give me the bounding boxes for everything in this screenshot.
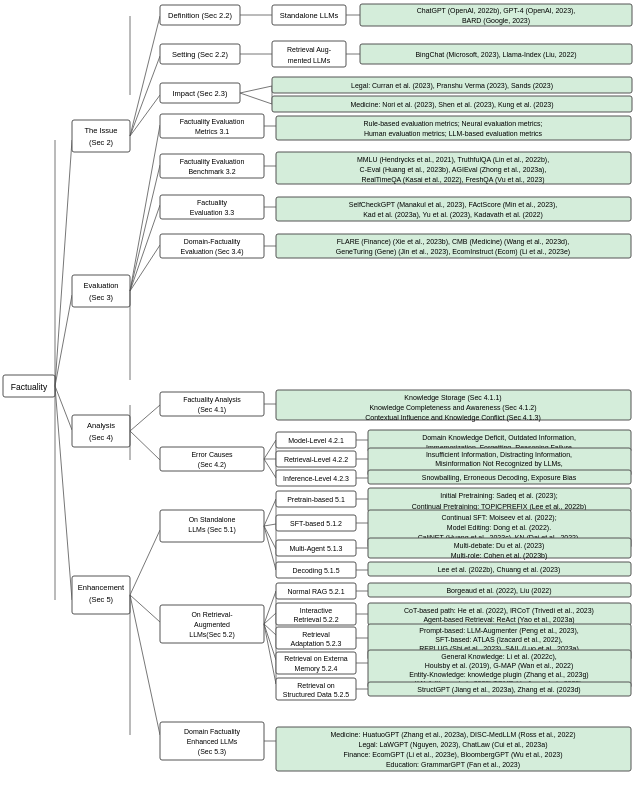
svg-text:Retrieval on: Retrieval on (297, 682, 334, 689)
svg-text:Initial Pretraining: Sadeq et : Initial Pretraining: Sadeq et al. (2023)… (440, 492, 558, 500)
svg-text:Rule-based evaluation metrics;: Rule-based evaluation metrics; Neural ev… (364, 120, 543, 127)
svg-text:(Sec 5): (Sec 5) (89, 595, 114, 604)
svg-line-3 (55, 386, 72, 430)
svg-text:Normal RAG 5.2.1: Normal RAG 5.2.1 (287, 588, 344, 595)
svg-line-122 (130, 595, 160, 735)
svg-text:Factuality: Factuality (197, 199, 227, 207)
impact-node: Impact (Sec 2.3) (160, 83, 240, 103)
svg-text:Structured Data 5.2.5: Structured Data 5.2.5 (283, 691, 350, 698)
interactive-node: Interactive Retrieval 5.2.2 (276, 603, 356, 625)
standalone-llms-detail: ChatGPT (OpenAI, 2022b), GPT-4 (OpenAI, … (360, 4, 632, 26)
svg-text:Knowledge Storage (Sec 4.1.1): Knowledge Storage (Sec 4.1.1) (404, 394, 501, 402)
inference-level-detail: Snowballing, Erroneous Decoding, Exposur… (368, 470, 631, 484)
svg-text:(Sec 3): (Sec 3) (89, 293, 114, 302)
svg-text:Inference-Level 4.2.3: Inference-Level 4.2.3 (283, 475, 349, 482)
svg-text:Retrieval: Retrieval (302, 631, 330, 638)
svg-text:Multi-Agent 5.1.3: Multi-Agent 5.1.3 (290, 545, 343, 553)
domain-detail: Medicine: HuatuoGPT (Zhang et al., 2023a… (276, 727, 631, 771)
on-retrieval-node: On Retrieval- Augmented LLMs(Sec 5.2) (160, 605, 264, 643)
svg-text:Domain Factuality: Domain Factuality (184, 728, 241, 736)
svg-text:Domain Knowledge Deficit, Outd: Domain Knowledge Deficit, Outdated Infor… (422, 434, 576, 442)
pretrain-detail: Initial Pretraining: Sadeq et al. (2023)… (368, 488, 631, 512)
svg-text:BingChat (Microsoft, 2023), Ll: BingChat (Microsoft, 2023), Llama-Index … (415, 51, 576, 59)
inference-level-node: Inference-Level 4.2.3 (276, 470, 356, 486)
svg-text:On Retrieval-: On Retrieval- (191, 611, 233, 618)
svg-text:BARD (Google, 2023): BARD (Google, 2023) (462, 17, 530, 25)
svg-text:(Sec 5.3): (Sec 5.3) (198, 748, 226, 756)
analysis-41-detail: Knowledge Storage (Sec 4.1.1) Knowledge … (276, 390, 631, 422)
svg-text:Entity-Knowledge: knowledge pl: Entity-Knowledge: knowledge plugin (Zhan… (409, 671, 588, 679)
svg-line-121 (130, 595, 160, 622)
svg-rect-12 (72, 415, 130, 447)
svg-text:Memory 5.2.4: Memory 5.2.4 (295, 665, 338, 673)
svg-text:LLMs (Sec 5.1): LLMs (Sec 5.1) (188, 526, 235, 534)
decoding-detail: Lee et al. (2022b), Chuang et al. (2023) (368, 562, 631, 576)
eval-domain-detail: FLARE (Finance) (Xie et al., 2023b), CMB… (276, 234, 631, 258)
svg-text:Finance: EcomGPT (Li et al., 2: Finance: EcomGPT (Li et al., 2023e), Blo… (343, 751, 562, 759)
svg-text:Impact (Sec 2.3): Impact (Sec 2.3) (172, 89, 228, 98)
sec5-node: Enhancement (Sec 5) (72, 576, 130, 614)
svg-text:StructGPT (Jiang et al., 2023a: StructGPT (Jiang et al., 2023a), Zhang e… (417, 686, 580, 694)
svg-text:(Sec 4.1): (Sec 4.1) (198, 406, 226, 414)
normal-rag-detail: Borgeaud et al. (2022), Liu (2022) (368, 583, 631, 597)
eval-33-detail: SelfCheckGPT (Manakul et al., 2023), FAc… (276, 197, 631, 221)
eval-bench-detail: MMLU (Hendrycks et al., 2021), TruthfulQ… (276, 152, 631, 184)
svg-line-20 (130, 56, 160, 136)
multiagent-detail: Multi-debate: Du et al. (2023) Multi-rol… (368, 538, 631, 560)
svg-text:Setting (Sec 2.2): Setting (Sec 2.2) (172, 50, 228, 59)
on-standalone-node: On Standalone LLMs (Sec 5.1) (160, 510, 264, 542)
svg-line-43 (240, 93, 272, 104)
svg-line-83 (130, 405, 160, 431)
svg-rect-9 (72, 275, 130, 307)
svg-line-120 (130, 530, 160, 595)
svg-text:MMLU (Hendrycks et al., 2021),: MMLU (Hendrycks et al., 2021), TruthfulQ… (357, 156, 549, 164)
svg-text:mented LLMs: mented LLMs (288, 57, 331, 64)
svg-text:Prompt-based: LLM-Augmenter (P: Prompt-based: LLM-Augmenter (Peng et al.… (419, 627, 579, 635)
svg-text:Evaluation: Evaluation (83, 281, 118, 290)
svg-text:Benchmark 3.2: Benchmark 3.2 (188, 168, 235, 175)
retrieval-aug-detail: BingChat (Microsoft, 2023), Llama-Index … (360, 44, 632, 64)
retrieval-level-node: Retrieval-Level 4.2.2 (276, 451, 356, 467)
svg-text:Decoding 5.1.5: Decoding 5.1.5 (292, 567, 339, 575)
external-node: Retrieval on Externa Memory 5.2.4 (276, 652, 356, 674)
svg-text:Enhancement: Enhancement (78, 583, 125, 592)
svg-text:Interactive: Interactive (300, 607, 332, 614)
retrieval-aug-node: Retrieval Aug- mented LLMs (272, 41, 346, 67)
svg-line-99 (264, 459, 276, 478)
interactive-detail: CoT-based path: He et al. (2022), IRCoT … (368, 603, 631, 625)
adapt-node: Retrieval Adaptation 5.2.3 (276, 627, 356, 649)
definition-node: Definition (Sec 2.2) (160, 5, 240, 25)
sec2-node: The Issue (Sec 2) (72, 120, 130, 152)
eval-metrics-detail: Rule-based evaluation metrics; Neural ev… (276, 116, 631, 140)
svg-text:Kad et al. (2023a), Yu et al. : Kad et al. (2023a), Yu et al. (2023), Ka… (363, 211, 543, 219)
impact-medicine-detail: Medicine: Nori et al. (2023), Shen et al… (272, 96, 632, 112)
model-level-node: Model-Level 4.2.1 (276, 432, 356, 448)
domain-node: Domain Factuality Enhanced LLMs (Sec 5.3… (160, 722, 264, 760)
sec3-node: Evaluation (Sec 3) (72, 275, 130, 307)
svg-line-1 (55, 140, 72, 386)
svg-text:Multi-debate: Du et al. (2023): Multi-debate: Du et al. (2023) (454, 542, 545, 550)
svg-text:Factuality Evaluation: Factuality Evaluation (180, 118, 245, 126)
svg-text:Contextual Influence and Knowl: Contextual Influence and Knowledge Confl… (365, 414, 541, 422)
svg-text:Definition (Sec 2.2): Definition (Sec 2.2) (168, 11, 232, 20)
svg-text:SelfCheckGPT (Manakul et al., : SelfCheckGPT (Manakul et al., 2023), FAc… (349, 201, 557, 209)
main-diagram: Factuality The Issue (Sec 2) Evaluation … (0, 0, 640, 786)
analysis-41-node: Factuality Analysis (Sec 4.1) (160, 392, 264, 416)
svg-text:ChatGPT (OpenAI, 2022b), GPT-4: ChatGPT (OpenAI, 2022b), GPT-4 (OpenAI, … (417, 7, 576, 15)
structured-detail: StructGPT (Jiang et al., 2023a), Zhang e… (368, 682, 631, 696)
svg-text:Factuality Analysis: Factuality Analysis (183, 396, 241, 404)
svg-text:General Knowledge: Li et al. (: General Knowledge: Li et al. (2022c), (441, 653, 557, 661)
svg-text:Misinformation Not Recognized : Misinformation Not Recognized by LLMs, (435, 460, 563, 468)
svg-line-160 (264, 591, 276, 624)
svg-text:Standalone LLMs: Standalone LLMs (280, 11, 339, 20)
svg-text:Metrics 3.1: Metrics 3.1 (195, 128, 229, 135)
structured-node: Retrieval on Structured Data 5.2.5 (276, 678, 356, 700)
svg-text:Medicine: HuatuoGPT (Zhang et : Medicine: HuatuoGPT (Zhang et al., 2023a… (331, 731, 576, 739)
svg-line-97 (264, 440, 276, 459)
svg-line-42 (240, 86, 272, 93)
svg-text:Model-Level 4.2.1: Model-Level 4.2.1 (288, 437, 344, 444)
svg-text:GeneTuring (Gene) (Jin et al.,: GeneTuring (Gene) (Jin et al., 2023), Ec… (336, 248, 570, 256)
svg-text:SFT-based 5.1.2: SFT-based 5.1.2 (290, 520, 342, 527)
svg-text:CoT-based path: He et al. (202: CoT-based path: He et al. (2022), IRCoT … (404, 607, 594, 615)
svg-text:Education: GrammarGPT (Fan et : Education: GrammarGPT (Fan et al., 2023) (386, 761, 520, 769)
